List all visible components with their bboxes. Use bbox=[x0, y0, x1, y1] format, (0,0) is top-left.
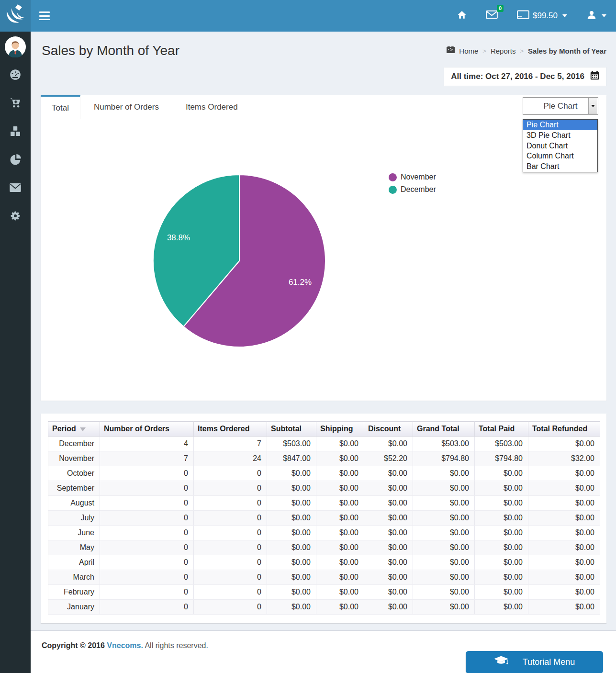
chart-type-options: Pie Chart 3D Pie Chart Donut Chart Colum… bbox=[523, 119, 598, 172]
table-row: February00$0.00$0.00$0.00$0.00$0.00$0.00 bbox=[48, 585, 600, 600]
breadcrumb-separator: > bbox=[482, 47, 486, 55]
sidebar-nav bbox=[0, 70, 31, 223]
column-header-subtotal[interactable]: Subtotal bbox=[267, 422, 316, 437]
tutorial-menu-button[interactable]: Tutorial Menu bbox=[466, 651, 603, 673]
table-cell: $0.00 bbox=[267, 540, 316, 555]
table-cell: 0 bbox=[100, 600, 194, 615]
table-cell: $0.00 bbox=[413, 511, 475, 526]
table-cell: $0.00 bbox=[364, 570, 413, 585]
sort-desc-icon bbox=[80, 427, 86, 431]
dashboard-icon bbox=[447, 46, 455, 55]
chevron-down-icon bbox=[602, 14, 606, 17]
table-cell: $52.20 bbox=[364, 451, 413, 466]
table-header-row: Period Number of Orders Items Ordered Su… bbox=[48, 422, 600, 437]
table-row: January00$0.00$0.00$0.00$0.00$0.00$0.00 bbox=[48, 600, 600, 615]
option-pie-chart[interactable]: Pie Chart bbox=[523, 120, 597, 130]
legend-item-november[interactable]: November bbox=[389, 173, 436, 181]
option-donut-chart[interactable]: Donut Chart bbox=[523, 141, 597, 151]
table-cell: $0.00 bbox=[413, 570, 475, 585]
chevron-down-icon bbox=[562, 14, 567, 17]
table-cell: $0.00 bbox=[267, 481, 316, 496]
table-cell: $0.00 bbox=[475, 600, 528, 615]
vnecoms-link[interactable]: Vnecoms. bbox=[107, 641, 143, 650]
breadcrumb: Home > Reports > Sales by Month of Year bbox=[447, 46, 606, 55]
sidebar-item-dashboard[interactable] bbox=[6, 70, 25, 81]
table-cell: $0.00 bbox=[528, 540, 600, 555]
user-icon bbox=[586, 10, 597, 22]
table-cell: June bbox=[48, 526, 100, 540]
table-cell: $0.00 bbox=[364, 600, 413, 615]
table-cell: $503.00 bbox=[413, 437, 475, 451]
breadcrumb-reports[interactable]: Reports bbox=[491, 47, 516, 55]
cubes-icon bbox=[9, 125, 22, 139]
table-cell: 0 bbox=[100, 526, 194, 540]
table-row: November724$847.00$0.00$52.20$794.80$794… bbox=[48, 451, 600, 466]
home-button[interactable] bbox=[457, 11, 467, 22]
option-column-chart[interactable]: Column Chart bbox=[523, 151, 597, 161]
topbar-main: 0 $99.50 bbox=[31, 0, 616, 32]
table-cell: November bbox=[48, 451, 100, 466]
table-cell: 7 bbox=[100, 451, 194, 466]
chart-type-select[interactable]: Pie Chart bbox=[523, 97, 598, 115]
option-bar-chart[interactable]: Bar Chart bbox=[523, 161, 597, 172]
sidebar-item-reports[interactable] bbox=[6, 155, 25, 166]
copyright-text: Copyright © 2016 bbox=[42, 641, 105, 650]
table-row: September00$0.00$0.00$0.00$0.00$0.00$0.0… bbox=[48, 481, 600, 496]
table-cell: $0.00 bbox=[316, 555, 364, 570]
table-cell: $0.00 bbox=[364, 540, 413, 555]
select-arrow-button[interactable] bbox=[588, 98, 597, 114]
main-content: Sales by Month of Year Home > Reports > … bbox=[31, 32, 616, 623]
table-cell: 0 bbox=[100, 511, 194, 526]
legend-item-december[interactable]: December bbox=[389, 185, 436, 194]
table-cell: $503.00 bbox=[475, 437, 528, 451]
pie-chart-icon bbox=[10, 154, 21, 167]
column-header-period[interactable]: Period bbox=[48, 422, 100, 437]
tab-total[interactable]: Total bbox=[41, 95, 80, 119]
tab-items-ordered[interactable]: Items Ordered bbox=[172, 95, 251, 119]
breadcrumb-home[interactable]: Home bbox=[459, 47, 478, 55]
table-row: December47$503.00$0.00$0.00$503.00$503.0… bbox=[48, 437, 600, 451]
balance-dropdown[interactable]: $99.50 bbox=[517, 10, 567, 22]
account-dropdown[interactable] bbox=[586, 10, 606, 22]
table-cell: $0.00 bbox=[413, 526, 475, 540]
rights-text: All rights reserved. bbox=[145, 641, 208, 650]
legend-swatch bbox=[389, 173, 397, 181]
avatar[interactable] bbox=[5, 36, 26, 59]
brand-logo[interactable] bbox=[0, 0, 31, 32]
column-header-total-paid[interactable]: Total Paid bbox=[475, 422, 528, 437]
date-range-picker[interactable]: All time: Oct 27, 2016 - Dec 5, 2016 bbox=[444, 67, 606, 86]
table-cell: $0.00 bbox=[528, 437, 600, 451]
table-cell: $847.00 bbox=[267, 451, 316, 466]
tab-number-of-orders[interactable]: Number of Orders bbox=[80, 95, 172, 119]
graduation-cap-icon bbox=[494, 656, 508, 669]
sidebar-item-settings[interactable] bbox=[6, 211, 25, 223]
table-cell: $0.00 bbox=[316, 496, 364, 511]
table-cell: October bbox=[48, 466, 100, 481]
table-cell: 0 bbox=[194, 466, 267, 481]
table-cell: 0 bbox=[194, 570, 267, 585]
table-cell: $0.00 bbox=[413, 600, 475, 615]
table-cell: $0.00 bbox=[316, 526, 364, 540]
table-cell: 0 bbox=[100, 481, 194, 496]
column-header-discount[interactable]: Discount bbox=[364, 422, 413, 437]
sidebar-item-catalog[interactable] bbox=[6, 126, 25, 138]
column-header-items-ordered[interactable]: Items Ordered bbox=[194, 422, 267, 437]
column-header-total-refunded[interactable]: Total Refunded bbox=[528, 422, 600, 437]
sidebar-toggle-button[interactable] bbox=[39, 11, 50, 20]
column-header-grand-total[interactable]: Grand Total bbox=[413, 422, 475, 437]
table-cell: $503.00 bbox=[267, 437, 316, 451]
chevron-down-icon bbox=[591, 105, 595, 107]
messages-button[interactable]: 0 bbox=[486, 10, 498, 22]
sidebar-item-messages[interactable] bbox=[6, 183, 25, 194]
table-row: October00$0.00$0.00$0.00$0.00$0.00$0.00 bbox=[48, 466, 600, 481]
table-cell: $0.00 bbox=[316, 585, 364, 600]
pie-percent-november: 61.2% bbox=[289, 278, 312, 287]
messages-count-badge: 0 bbox=[497, 5, 504, 12]
column-header-number-of-orders[interactable]: Number of Orders bbox=[100, 422, 194, 437]
sidebar-item-sales[interactable] bbox=[6, 98, 25, 110]
cart-plus-icon bbox=[10, 97, 21, 111]
column-header-shipping[interactable]: Shipping bbox=[316, 422, 364, 437]
table-cell: 0 bbox=[194, 540, 267, 555]
table-cell: $0.00 bbox=[475, 585, 528, 600]
option-3d-pie-chart[interactable]: 3D Pie Chart bbox=[523, 130, 597, 141]
